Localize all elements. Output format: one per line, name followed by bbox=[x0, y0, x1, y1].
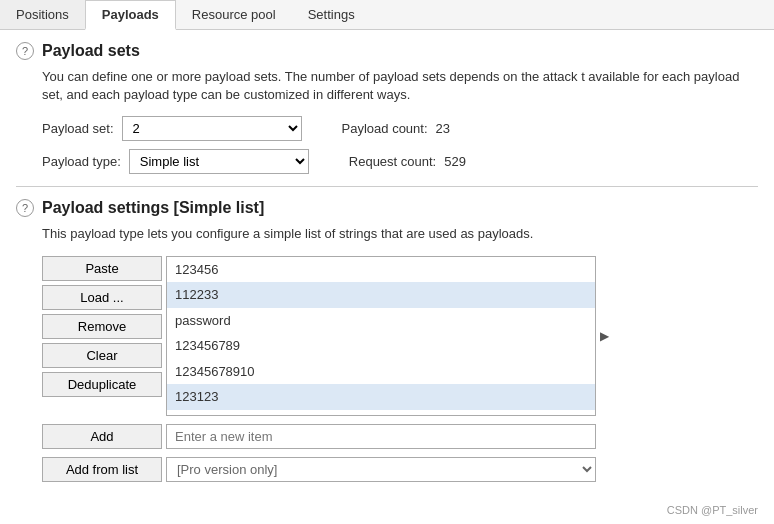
payload-sets-fields: Payload set: 2 1 3 Payload count: 23 bbox=[42, 116, 758, 141]
payload-sets-title: Payload sets bbox=[42, 42, 140, 60]
list-item[interactable]: 112233 bbox=[167, 282, 595, 308]
payload-set-label: Payload set: bbox=[42, 121, 114, 136]
list-item[interactable]: password bbox=[167, 308, 595, 334]
add-item-input[interactable] bbox=[166, 424, 596, 449]
load-button[interactable]: Load ... bbox=[42, 285, 162, 310]
list-area: 123456 112233 password 123456789 1234567… bbox=[166, 256, 612, 416]
payload-settings-content: Paste Load ... Remove Clear Deduplicate … bbox=[42, 256, 758, 482]
request-count-label: Request count: bbox=[349, 154, 436, 169]
payload-settings-title: Payload settings [Simple list] bbox=[42, 199, 264, 217]
payload-settings-help-icon[interactable]: ? bbox=[16, 199, 34, 217]
payload-type-group: Payload type: Simple list Runtime file C… bbox=[42, 149, 309, 174]
list-item[interactable]: 123456 bbox=[167, 257, 595, 283]
payload-type-select[interactable]: Simple list Runtime file Custom iterator… bbox=[129, 149, 309, 174]
payload-set-select[interactable]: 2 1 3 bbox=[122, 116, 302, 141]
clear-button[interactable]: Clear bbox=[42, 343, 162, 368]
tab-payloads[interactable]: Payloads bbox=[85, 0, 176, 30]
tab-settings[interactable]: Settings bbox=[292, 0, 371, 29]
add-from-list-select[interactable]: [Pro version only] bbox=[166, 457, 596, 482]
tab-positions[interactable]: Positions bbox=[0, 0, 85, 29]
payload-list[interactable]: 123456 112233 password 123456789 1234567… bbox=[166, 256, 596, 416]
add-button[interactable]: Add bbox=[42, 424, 162, 449]
add-from-list-button[interactable]: Add from list bbox=[42, 457, 162, 482]
payload-settings-description: This payload type lets you configure a s… bbox=[42, 225, 758, 243]
action-buttons-group: Paste Load ... Remove Clear Deduplicate bbox=[42, 256, 162, 397]
remove-button[interactable]: Remove bbox=[42, 314, 162, 339]
list-item[interactable]: 666666 bbox=[167, 410, 595, 416]
add-from-list-row: Add from list [Pro version only] bbox=[42, 457, 612, 482]
payload-settings-header: ? Payload settings [Simple list] bbox=[16, 199, 758, 217]
payload-type-fields: Payload type: Simple list Runtime file C… bbox=[42, 149, 758, 174]
tabs-bar: Positions Payloads Resource pool Setting… bbox=[0, 0, 774, 30]
scroll-arrow-icon[interactable]: ▶ bbox=[596, 256, 612, 416]
payload-sets-help-icon[interactable]: ? bbox=[16, 42, 34, 60]
payload-type-label: Payload type: bbox=[42, 154, 121, 169]
paste-button[interactable]: Paste bbox=[42, 256, 162, 281]
list-item[interactable]: 123456789 bbox=[167, 333, 595, 359]
payload-count-value: 23 bbox=[436, 121, 450, 136]
deduplicate-button[interactable]: Deduplicate bbox=[42, 372, 162, 397]
payload-set-group: Payload set: 2 1 3 bbox=[42, 116, 302, 141]
list-item[interactable]: 12345678910 bbox=[167, 359, 595, 385]
payload-sets-description: You can define one or more payload sets.… bbox=[42, 68, 758, 104]
request-count-value: 529 bbox=[444, 154, 466, 169]
watermark: CSDN @PT_silver bbox=[667, 504, 758, 516]
payload-sets-header: ? Payload sets bbox=[16, 42, 758, 60]
payload-count-group: Payload count: 23 bbox=[342, 121, 450, 136]
section-divider bbox=[16, 186, 758, 187]
request-count-group: Request count: 529 bbox=[349, 154, 466, 169]
tab-resource-pool[interactable]: Resource pool bbox=[176, 0, 292, 29]
add-row: Add bbox=[42, 424, 612, 449]
main-content: ? Payload sets You can define one or mor… bbox=[0, 30, 774, 494]
list-item[interactable]: 123123 bbox=[167, 384, 595, 410]
payload-count-label: Payload count: bbox=[342, 121, 428, 136]
